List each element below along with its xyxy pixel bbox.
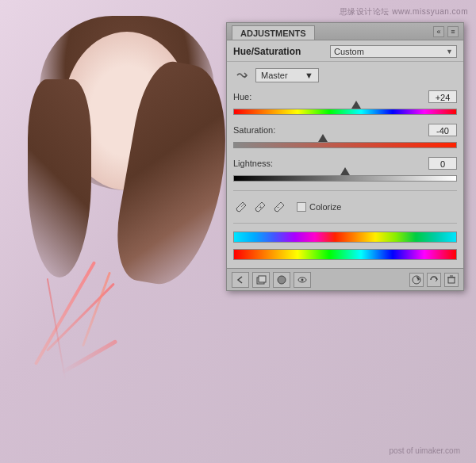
eyedropper-tool-3[interactable]: - bbox=[271, 199, 287, 215]
footer-new-layer-btn[interactable] bbox=[252, 272, 270, 288]
footer-delete-btn[interactable] bbox=[444, 273, 459, 287]
channel-value: Master bbox=[261, 71, 288, 80]
photo-background: 思缘设计论坛 www.missyuan.com post of uimaker.… bbox=[0, 0, 476, 463]
panel-header-row: Hue/Saturation Custom ▼ bbox=[227, 40, 463, 62]
color-bar-top bbox=[233, 232, 457, 243]
footer-left-buttons bbox=[232, 272, 311, 288]
sat-slider-thumb[interactable] bbox=[318, 134, 328, 142]
color-bar-bottom bbox=[233, 249, 457, 260]
preset-dropdown-arrow: ▼ bbox=[446, 48, 453, 55]
sat-label: Saturation: bbox=[233, 125, 275, 135]
panel-title-tabs: ADJUSTMENTS bbox=[232, 23, 317, 40]
sat-slider-track bbox=[233, 142, 457, 148]
hue-slider-thumb[interactable] bbox=[351, 101, 361, 109]
sat-value[interactable]: -40 bbox=[428, 124, 457, 136]
light-value[interactable]: 0 bbox=[428, 157, 457, 170]
tools-row: + - Colorize bbox=[233, 196, 457, 218]
feather-5 bbox=[61, 339, 118, 374]
hue-label-row: Hue: +24 bbox=[233, 90, 457, 103]
light-slider-track bbox=[233, 175, 457, 182]
hue-label: Hue: bbox=[233, 92, 251, 101]
watermark-bottom: post of uimaker.com bbox=[390, 446, 460, 455]
feather-2 bbox=[46, 283, 115, 352]
light-slider-thumb[interactable] bbox=[340, 167, 350, 175]
portrait-illustration bbox=[24, 16, 222, 412]
eyedropper-tool-1[interactable] bbox=[233, 199, 249, 215]
panel-footer bbox=[227, 268, 463, 290]
adjustments-tab[interactable]: ADJUSTMENTS bbox=[232, 25, 315, 40]
svg-rect-4 bbox=[259, 276, 266, 282]
channel-row: Master ▼ bbox=[233, 67, 457, 84]
panel-titlebar: ADJUSTMENTS « ≡ bbox=[227, 23, 463, 40]
hue-slider-container[interactable] bbox=[233, 105, 457, 119]
sat-slider-container[interactable] bbox=[233, 138, 457, 152]
hair-left bbox=[28, 79, 91, 277]
svg-point-7 bbox=[301, 278, 304, 281]
footer-refresh-btn[interactable] bbox=[427, 273, 441, 287]
svg-text:-: - bbox=[277, 203, 279, 211]
svg-text:+: + bbox=[259, 204, 263, 211]
sat-slider-row: Saturation: -40 bbox=[233, 124, 457, 152]
panel-controls: « ≡ bbox=[433, 26, 459, 37]
svg-rect-9 bbox=[448, 277, 455, 283]
sat-label-row: Saturation: -40 bbox=[233, 124, 457, 136]
panel-collapse-btn[interactable]: « bbox=[433, 26, 444, 37]
preset-dropdown[interactable]: Custom ▼ bbox=[330, 45, 457, 58]
watermark-top: 思缘设计论坛 www.missyuan.com bbox=[340, 6, 468, 17]
hue-value[interactable]: +24 bbox=[428, 90, 457, 103]
footer-circle-btn[interactable] bbox=[273, 272, 290, 288]
panel-menu-btn[interactable]: ≡ bbox=[447, 26, 459, 37]
divider-1 bbox=[233, 190, 457, 191]
feather-4 bbox=[47, 278, 67, 380]
divider-2 bbox=[233, 223, 457, 224]
target-adjust-icon[interactable] bbox=[233, 67, 251, 84]
hue-slider-track bbox=[233, 109, 457, 115]
colorize-row: Colorize bbox=[297, 202, 341, 212]
footer-right-buttons bbox=[409, 273, 459, 287]
panel-body: Master ▼ Hue: +24 Saturatio bbox=[227, 62, 463, 268]
eyedropper-tool-2[interactable]: + bbox=[252, 199, 268, 215]
svg-point-5 bbox=[278, 276, 286, 284]
hue-sat-label: Hue/Saturation bbox=[233, 46, 301, 57]
channel-dropdown-arrow: ▼ bbox=[305, 71, 313, 80]
preset-value: Custom bbox=[334, 47, 364, 56]
adjustments-panel: ADJUSTMENTS « ≡ Hue/Saturation Custom ▼ bbox=[226, 22, 464, 291]
light-label: Lightness: bbox=[233, 159, 273, 168]
colorize-label: Colorize bbox=[309, 202, 341, 212]
footer-back-btn[interactable] bbox=[232, 272, 249, 288]
color-bar-section bbox=[233, 228, 457, 263]
light-slider-row: Lightness: 0 bbox=[233, 157, 457, 186]
light-slider-container[interactable] bbox=[233, 171, 457, 186]
footer-return-btn[interactable] bbox=[409, 273, 424, 287]
colorize-checkbox[interactable] bbox=[297, 202, 306, 212]
feather-1 bbox=[34, 261, 96, 365]
footer-eye-btn[interactable] bbox=[294, 272, 311, 288]
hue-slider-row: Hue: +24 bbox=[233, 90, 457, 119]
channel-dropdown[interactable]: Master ▼ bbox=[255, 68, 319, 82]
